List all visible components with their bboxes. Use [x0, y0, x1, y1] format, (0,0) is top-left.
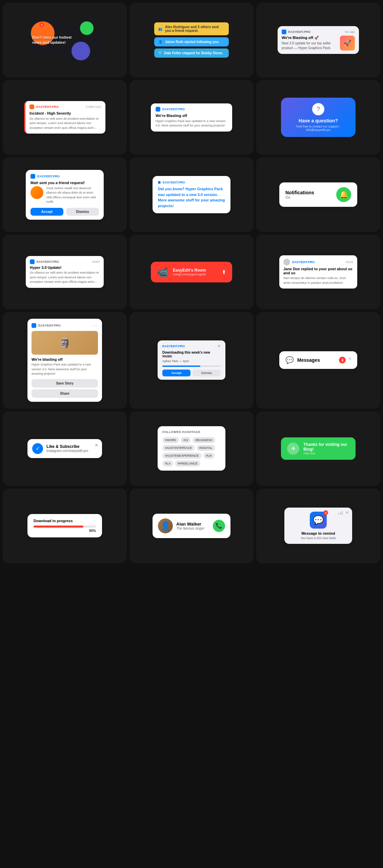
thanks-info: Thanks for visiting our Blog! Add now: [303, 442, 349, 455]
reminder-title: Message to remind: [289, 531, 347, 535]
messages-left: 💬 Messages: [285, 356, 320, 364]
hashtag-item[interactable]: #UI: [181, 437, 191, 443]
messages-badge-card[interactable]: 💬 Messages 6 ^: [279, 351, 357, 369]
blob-green: [80, 21, 94, 35]
accept-button[interactable]: Accept: [31, 208, 63, 216]
dialog-filename: Aphex Twin — Syro: [162, 359, 221, 363]
blog-notification-card[interactable]: EASYEDIT.PRO NOW Hyper 3.0 Update! Do ul…: [26, 256, 104, 288]
share-icon[interactable]: ⬆: [222, 269, 226, 275]
follow-text: Jaime Ruth started following you.: [165, 40, 219, 44]
hashtag-item[interactable]: #UX: [203, 453, 215, 459]
notifications-toggle-card[interactable]: Notifications On 🔔: [279, 182, 357, 207]
update-notification-card[interactable]: EASYEDIT.PRO We're Blasting off Hyper Gr…: [151, 103, 232, 132]
social-item-friend-request[interactable]: 👥 Alex Rodriguez and 3 others sent you a…: [154, 22, 229, 35]
app-notif-content: We're Blasting off 🚀 New 3.0 update for …: [282, 36, 337, 51]
messages-right: 6 ^: [339, 357, 351, 363]
bell-icon[interactable]: 🔔: [336, 187, 351, 202]
hashtag-item[interactable]: #DIGITAL: [197, 445, 215, 451]
toggle-title: Notifications: [285, 190, 314, 195]
social-notifications: 👥 Alex Rodriguez and 3 others sent you a…: [154, 22, 229, 58]
dialog-buttons: Accept Dismiss: [162, 370, 221, 376]
alert-notification-card[interactable]: EASYEDIT.PRO 3 MIN AGO Incident - High S…: [24, 101, 105, 134]
messages-app-icon: 💬 3: [310, 512, 327, 529]
hashtag-item[interactable]: #AUSTENEXPERIENCE: [162, 453, 202, 459]
cell-friend-request: EASYEDIT.PRO Matt sent you a friend requ…: [3, 157, 127, 232]
dialog-header: EASYEDIT.PRO ✕: [162, 344, 221, 349]
save-story-button[interactable]: Save Story: [32, 379, 98, 388]
image-notif-desc: Hyper Graphics Pack was updated to a new…: [32, 362, 98, 376]
hashtag-item[interactable]: #AUSTINTERFACE: [162, 445, 195, 451]
cell-like-subscribe: ✓ Like & Subscribe Instagram.com/easyedi…: [3, 411, 127, 486]
hashtag-item[interactable]: #LA: [162, 460, 173, 467]
hashtag-item[interactable]: #FREELANCE: [175, 460, 200, 467]
hashtag-section-title: FOLLOWED HASHTAGS: [162, 430, 221, 434]
chevron-up-icon[interactable]: ^: [348, 357, 351, 363]
social-item-clap[interactable]: ♡ Dale Feller clapped for Bobby Dixon.: [154, 48, 229, 58]
question-card[interactable]: ? Have a question? Feel free to contact …: [281, 98, 356, 137]
friend-req-logo: [31, 174, 35, 179]
progress-percent: 80%: [34, 529, 96, 533]
like-subscribe-card[interactable]: ✓ Like & Subscribe Instagram.com/easyedi…: [27, 439, 102, 458]
thanks-card[interactable]: ✈ Thanks for visiting our Blog! Add now: [281, 437, 356, 460]
cell-question: ? Have a question? Feel free to contact …: [256, 80, 380, 155]
dialog-accept-button[interactable]: Accept: [162, 370, 190, 376]
blog-notif-desc: Do ullamco ex velit anim do proident exe…: [30, 271, 100, 284]
info-banner-card[interactable]: EASYEDIT.PRO Did you know? Hyper Graphic…: [153, 176, 230, 213]
friend-req-source: EASYEDIT.PRO: [37, 175, 60, 178]
blog-logo: [30, 259, 35, 264]
app-notif-source: EASYEDIT.PRO: [282, 29, 310, 34]
dialog-source: EASYEDIT.PRO: [162, 344, 185, 348]
hashtag-item[interactable]: #WORK: [162, 437, 179, 443]
friend-avatar: [31, 186, 43, 199]
share-button[interactable]: Share: [32, 389, 98, 398]
cell-download-progress: Download in progress 80%: [3, 489, 127, 563]
more-options-icon[interactable]: ···: [92, 323, 98, 328]
cell-thanks: ✈ Thanks for visiting our Blog! Add now: [256, 411, 380, 486]
answer-call-button[interactable]: 📞: [213, 520, 225, 532]
video-room-info: EasyEdit's Room msngr.com/yyguvrvged0: [173, 268, 218, 276]
video-camera-icon: 📹: [157, 267, 169, 278]
like-subscribe-url: Instagram.com/easyedit.pro: [46, 449, 97, 453]
blog-time: NOW: [92, 260, 100, 263]
info-source: EASYEDIT.PRO: [163, 181, 185, 184]
app-notif-title: We're Blasting off 🚀: [282, 36, 337, 40]
video-room-card[interactable]: 📹 EasyEdit's Room msngr.com/yyguvrvged0 …: [151, 262, 232, 282]
reply-desc: Nam tempor do ullamco veniam nulla ex. S…: [283, 276, 353, 285]
blog-source: EASYEDIT.PRO: [37, 260, 59, 263]
image-notification-card: EASYEDIT.PRO ··· 🗿 We're blasting off Hy…: [27, 319, 102, 402]
social-item-follow[interactable]: 👤 Jaime Ruth started following you.: [154, 37, 229, 46]
friend-req-title: Matt sent you a friend request!: [31, 181, 99, 185]
alert-time: 3 MIN AGO: [86, 105, 101, 108]
hashtag-item[interactable]: #BUSINESS: [193, 437, 215, 443]
blog-notif-header: EASYEDIT.PRO NOW: [30, 259, 100, 264]
message-reminder-card: ✕ 💬 3 Message to remind You have 6,352 n…: [284, 508, 352, 544]
dialog-title: Downloading this week's new music: [162, 351, 221, 358]
reminder-close-icon[interactable]: ✕: [345, 510, 349, 515]
app-notif-thumb: 🚀: [340, 36, 355, 51]
app-notif-body: We're Blasting off 🚀 New 3.0 update for …: [282, 36, 355, 51]
cell-hashtags: FOLLOWED HASHTAGS #WORK #UI #BUSINESS #A…: [129, 411, 254, 486]
app-notif-desc: New 3.0 update for our top seller produc…: [282, 41, 337, 51]
cell-message-reminder: ✕ 💬 3 Message to remind You have 6,352 n…: [256, 489, 380, 563]
cell-info-banner: EASYEDIT.PRO Did you know? Hyper Graphic…: [129, 157, 254, 232]
dialog-dismiss-button[interactable]: Dismiss: [193, 370, 221, 376]
follow-icon: 👤: [158, 40, 162, 44]
notification-image: 🗿: [32, 331, 98, 355]
caller-info: Alan Walker The famous singer: [176, 521, 209, 530]
like-close-icon[interactable]: ✕: [95, 442, 99, 448]
friend-request-text: Alex Rodriguez and 3 others sent you a f…: [165, 25, 225, 33]
cell-app-notif: EASYEDIT.PRO 3m ago We're Blasting off 🚀…: [256, 3, 380, 77]
download-progress-card: Download in progress 80%: [27, 514, 102, 537]
signal-bar-3: [342, 511, 343, 515]
friend-req-header: EASYEDIT.PRO: [31, 174, 99, 179]
reply-notification-card[interactable]: EASYEDIT.PRO NOW Jane Doe replied to you…: [279, 255, 357, 289]
dialog-close-icon[interactable]: ✕: [217, 344, 221, 349]
caller-subtitle: The famous singer: [176, 527, 209, 530]
reply-title: Jane Doe replied to your post about so a…: [283, 267, 353, 275]
signal-bar-1: [338, 513, 339, 515]
signal-bars: [338, 511, 343, 515]
info-banner-text: Did you know? Hyper Graphics Pack was up…: [158, 186, 225, 209]
app-notification-card[interactable]: EASYEDIT.PRO 3m ago We're Blasting off 🚀…: [278, 26, 359, 54]
dismiss-button[interactable]: Dismiss: [66, 208, 99, 216]
like-subscribe-title: Like & Subscribe: [46, 444, 97, 449]
